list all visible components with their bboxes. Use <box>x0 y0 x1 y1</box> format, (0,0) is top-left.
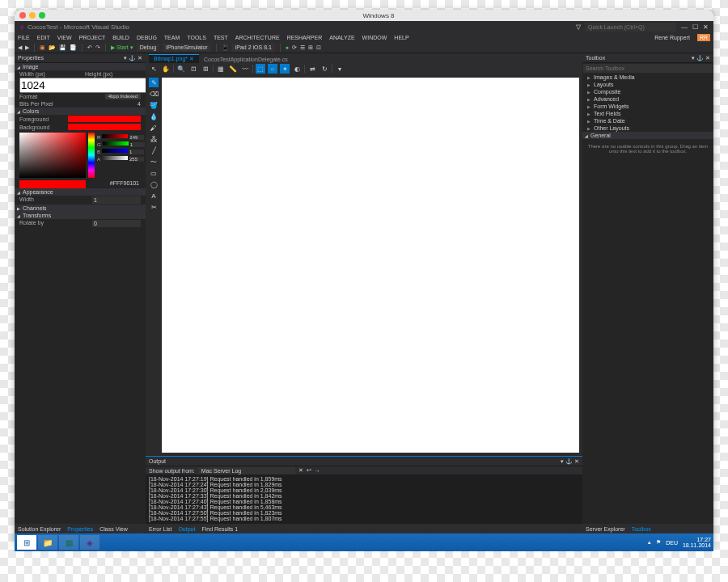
e-filter-icon[interactable]: ▾ <box>335 64 345 74</box>
e-selrect-icon[interactable]: ⬚ <box>256 64 265 74</box>
e-fit-icon[interactable]: ⊡ <box>188 64 198 74</box>
menu-help[interactable]: HELP <box>394 35 408 40</box>
menu-view[interactable]: VIEW <box>57 35 72 40</box>
start-button[interactable]: ▶ Start ▾ <box>111 44 133 51</box>
tray-time[interactable]: 17:27 <box>683 537 711 542</box>
user-name[interactable]: René Ruppert <box>654 35 690 40</box>
format-combo[interactable]: 4bpp Indexed <box>105 94 141 99</box>
brush-icon[interactable]: 🖌 <box>149 123 159 133</box>
g-input[interactable] <box>130 142 145 147</box>
dropper-icon[interactable]: 💧 <box>149 112 159 121</box>
vs-icon[interactable]: ◈ <box>80 535 99 550</box>
section-transforms[interactable]: Transforms <box>15 212 146 219</box>
spray-icon[interactable]: ⁂ <box>149 134 159 144</box>
section-appearance[interactable]: Appearance <box>15 188 146 196</box>
a-input[interactable] <box>129 157 144 162</box>
device-combo[interactable]: iPad 2 iOS 8.1 <box>232 44 275 52</box>
tray-lang[interactable]: DEU <box>666 540 678 546</box>
quick-launch-input[interactable]: Quick Launch (Ctrl+Q) <box>586 23 676 32</box>
output-text[interactable]: [18-Nov-2014 17:27:19] Request handled i… <box>146 474 582 524</box>
e-wand-icon[interactable]: ✦ <box>280 64 290 74</box>
e-guide-icon[interactable]: 〰 <box>240 64 250 74</box>
rect-icon[interactable]: ▭ <box>149 168 159 178</box>
tab-properties[interactable]: Properties <box>67 526 93 532</box>
undo-icon[interactable]: ↶ <box>87 44 92 51</box>
pin-icon[interactable]: ▾ ⚓ ✕ <box>124 55 142 61</box>
menu-edit[interactable]: EDIT <box>37 35 50 40</box>
doc-tab-inactive[interactable]: CocosTestApplicationDelegate.cs <box>199 56 293 63</box>
minimize-icon[interactable]: — <box>681 23 688 31</box>
tray-up-icon[interactable]: ▴ <box>648 539 651 546</box>
toolbox-group[interactable]: Other Layouts <box>582 124 713 132</box>
text-icon[interactable]: A <box>149 191 159 200</box>
doc-tab-active[interactable]: Bitmap1.png* ✕ <box>149 54 199 63</box>
menu-project[interactable]: PROJECT <box>79 35 106 40</box>
tb-icon[interactable]: ☰ <box>300 44 305 51</box>
new-icon[interactable]: ▣ <box>40 44 45 51</box>
e-flip-icon[interactable]: ⇄ <box>307 64 317 74</box>
tb-icon[interactable]: ⊡ <box>316 44 321 51</box>
save-all-icon[interactable]: 📑 <box>70 44 77 51</box>
e-selellipse-icon[interactable]: ○ <box>268 64 277 74</box>
platform-combo[interactable]: iPhoneSimulator <box>163 44 210 52</box>
nav-back-icon[interactable]: ◀ <box>18 44 22 51</box>
width-input[interactable] <box>19 78 159 93</box>
open-icon[interactable]: 📂 <box>49 44 56 51</box>
line-icon[interactable]: ╱ <box>149 146 159 155</box>
pin-icon[interactable]: ▾ ⚓ ✕ <box>692 55 710 61</box>
pin-icon[interactable]: ▾ ⚓ ✕ <box>561 458 579 465</box>
mac-max[interactable] <box>39 12 45 19</box>
toolbox-group[interactable]: Layouts <box>582 81 713 88</box>
tab-server-explorer[interactable]: Server Explorer <box>586 526 625 532</box>
menu-window[interactable]: WINDOW <box>362 35 387 40</box>
menu-test[interactable]: TEST <box>214 35 228 40</box>
hue-slider[interactable] <box>88 133 95 178</box>
section-image[interactable]: Image <box>15 63 146 70</box>
menu-tools[interactable]: TOOLS <box>187 35 206 40</box>
mac-min[interactable] <box>29 12 36 19</box>
clear-icon[interactable]: ✕ <box>298 467 303 474</box>
toolbox-group[interactable]: Form Widgets <box>582 103 713 110</box>
toolbox-search[interactable]: Search Toolbox <box>583 64 713 73</box>
explorer-icon[interactable]: 📁 <box>38 535 57 550</box>
toolbox-general[interactable]: General <box>582 132 713 139</box>
toolbox-group[interactable]: Images & Media <box>582 74 713 81</box>
menu-resharper[interactable]: RESHARPER <box>287 35 323 40</box>
ellipse-icon[interactable]: ◯ <box>149 179 159 189</box>
menu-debug[interactable]: DEBUG <box>137 35 157 40</box>
wrap-icon[interactable]: ↩ <box>307 467 311 474</box>
e-cursor-icon[interactable]: ↖ <box>149 64 159 74</box>
maximize-icon[interactable]: ☐ <box>692 23 698 31</box>
excel-icon[interactable]: ▦ <box>59 535 78 550</box>
erase-icon[interactable]: ⌫ <box>149 89 159 99</box>
tab-solution[interactable]: Solution Explorer <box>18 526 61 532</box>
e-invert-icon[interactable]: ◐ <box>292 64 302 74</box>
flag-icon[interactable]: ⚑ <box>656 539 661 546</box>
tb-icon[interactable]: ⟳ <box>292 44 297 51</box>
crop-icon[interactable]: ✂ <box>149 202 159 212</box>
rotate-input[interactable] <box>92 220 141 227</box>
toolbox-group[interactable]: Advanced <box>582 95 713 103</box>
system-tray[interactable]: ▴ ⚑ DEU 17:27 18.11.2014 <box>648 537 711 548</box>
menu-team[interactable]: TEAM <box>164 35 180 40</box>
e-ruler-icon[interactable]: 📏 <box>228 64 238 74</box>
curve-icon[interactable]: 〜 <box>149 157 159 167</box>
tab-findresults[interactable]: Find Results 1 <box>201 526 238 532</box>
notif-icon[interactable]: ▽ <box>576 23 581 31</box>
e-grid-icon[interactable]: ▦ <box>216 64 226 74</box>
toolbox-group[interactable]: Text Fields <box>582 110 713 117</box>
color-picker[interactable] <box>19 133 86 178</box>
e-rotate-icon[interactable]: ↻ <box>320 64 329 74</box>
toolbox-group[interactable]: Time & Date <box>582 117 713 124</box>
canvas[interactable] <box>162 78 579 453</box>
section-colors[interactable]: Colors <box>15 108 146 115</box>
tab-classview[interactable]: Class View <box>99 526 128 532</box>
user-badge[interactable]: RR <box>697 34 710 41</box>
tab-toolbox[interactable]: Toolbox <box>632 526 651 532</box>
output-source-combo[interactable]: Mac Server Log <box>198 467 295 474</box>
menu-build[interactable]: BUILD <box>112 35 129 40</box>
section-channels[interactable]: Channels <box>15 205 146 212</box>
e-actual-icon[interactable]: ⊞ <box>201 64 210 74</box>
tab-output[interactable]: Output <box>178 526 195 532</box>
nav-fwd-icon[interactable]: ▶ <box>25 44 29 51</box>
